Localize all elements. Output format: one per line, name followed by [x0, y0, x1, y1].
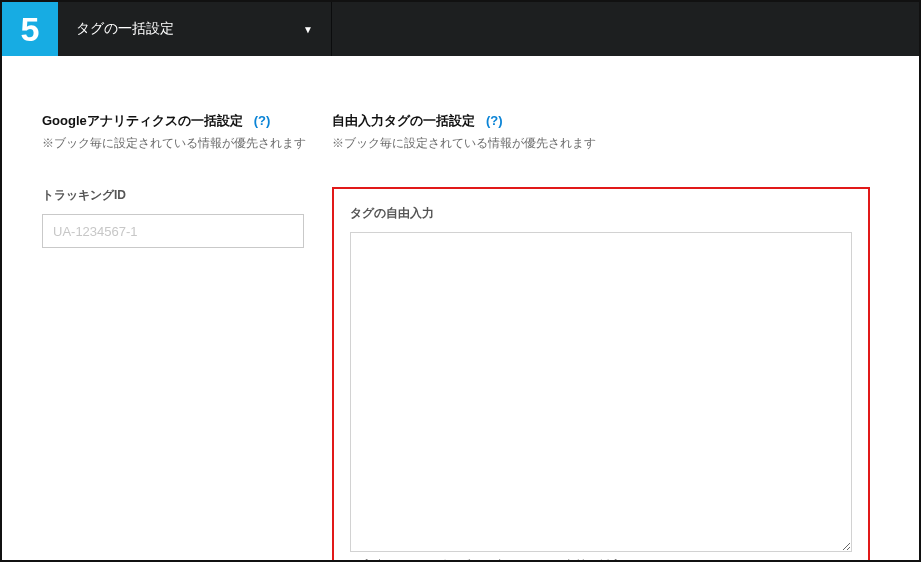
freetag-help-link[interactable]: (?)	[486, 113, 503, 128]
freetag-textarea[interactable]	[350, 232, 852, 552]
ga-section-title: Googleアナリティクスの一括設定 (?)	[42, 112, 310, 130]
freetag-highlight-box: タグの自由入力 ※入力されたタグはブック内</ body>の直前に挿入されます。	[332, 187, 870, 562]
step-number-badge: 5	[2, 2, 58, 56]
tracking-id-input[interactable]	[42, 214, 304, 248]
ga-help-link[interactable]: (?)	[254, 113, 271, 128]
freetag-note: ※ブック毎に設定されている情報が優先されます	[332, 136, 895, 151]
dropdown-label: タグの一括設定	[76, 20, 174, 38]
ga-note: ※ブック毎に設定されている情報が優先されます	[42, 136, 310, 151]
freetag-insert-note: ※入力されたタグはブック内</ body>の直前に挿入されます。	[350, 558, 852, 562]
header-spacer	[332, 2, 919, 56]
chevron-down-icon: ▼	[303, 24, 313, 35]
tracking-id-label: トラッキングID	[42, 187, 310, 204]
right-column: 自由入力タグの一括設定 (?) ※ブック毎に設定されている情報が優先されます タ…	[332, 112, 919, 562]
header-bar: 5 タグの一括設定 ▼	[2, 2, 919, 56]
app-frame: 5 タグの一括設定 ▼ Googleアナリティクスの一括設定 (?) ※ブック毎…	[0, 0, 921, 562]
freetag-title-text: 自由入力タグの一括設定	[332, 113, 475, 128]
section-dropdown[interactable]: タグの一括設定 ▼	[58, 2, 332, 56]
freetag-section-title: 自由入力タグの一括設定 (?)	[332, 112, 895, 130]
left-column: Googleアナリティクスの一括設定 (?) ※ブック毎に設定されている情報が優…	[2, 112, 332, 562]
content-body: Googleアナリティクスの一括設定 (?) ※ブック毎に設定されている情報が優…	[2, 56, 919, 562]
freetag-textarea-label: タグの自由入力	[350, 205, 852, 222]
ga-title-text: Googleアナリティクスの一括設定	[42, 113, 243, 128]
